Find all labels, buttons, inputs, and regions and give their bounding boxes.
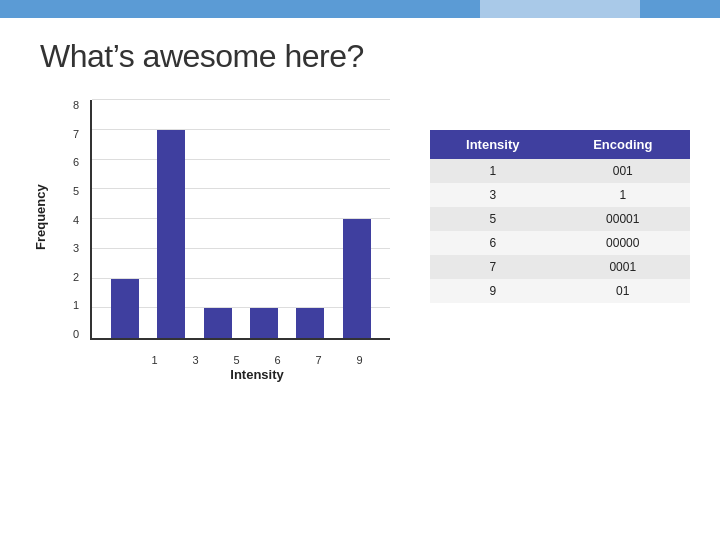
y-tick-8: 8	[73, 100, 79, 111]
x-label-3: 3	[182, 354, 210, 366]
bar-6	[250, 308, 278, 338]
cell-encoding: 01	[556, 279, 690, 303]
y-tick-5: 5	[73, 186, 79, 197]
col-intensity-header: Intensity	[430, 130, 556, 159]
data-table: Intensity Encoding 100131500001600000700…	[430, 130, 690, 303]
chart-plot: 1 3 5 6 7 9 Intensity	[90, 100, 390, 340]
cell-intensity: 7	[430, 255, 556, 279]
y-tick-1: 1	[73, 300, 79, 311]
bar-5	[204, 308, 232, 338]
bar-9	[343, 219, 371, 338]
col-encoding-header: Encoding	[556, 130, 690, 159]
table-row: 500001	[430, 207, 690, 231]
y-tick-4: 4	[73, 215, 79, 226]
cell-intensity: 6	[430, 231, 556, 255]
y-tick-3: 3	[73, 243, 79, 254]
x-label-6: 6	[264, 354, 292, 366]
cell-intensity: 1	[430, 159, 556, 183]
cell-encoding: 001	[556, 159, 690, 183]
y-tick-0: 0	[73, 329, 79, 340]
chart-inner: 8 7 6 5 4 3 2 1 0	[58, 100, 390, 340]
cell-encoding: 00001	[556, 207, 690, 231]
y-tick-2: 2	[73, 272, 79, 283]
cell-encoding: 0001	[556, 255, 690, 279]
table-header-row: Intensity Encoding	[430, 130, 690, 159]
chart-area: Frequency 8 7 6 5 4 3 2 1 0	[30, 100, 390, 380]
x-axis-labels: 1 3 5 6 7 9	[124, 354, 390, 366]
table-row: 1001	[430, 159, 690, 183]
bars-container	[92, 100, 390, 338]
x-label-9: 9	[346, 354, 374, 366]
cell-intensity: 5	[430, 207, 556, 231]
bar-1	[111, 279, 139, 339]
y-ticks: 8 7 6 5 4 3 2 1 0	[58, 100, 82, 340]
cell-intensity: 3	[430, 183, 556, 207]
x-label-5: 5	[223, 354, 251, 366]
table-row: 70001	[430, 255, 690, 279]
page-title: What’s awesome here?	[40, 38, 364, 75]
cell-encoding: 1	[556, 183, 690, 207]
bar-7	[296, 308, 324, 338]
cell-encoding: 00000	[556, 231, 690, 255]
x-label-1: 1	[141, 354, 169, 366]
x-axis-title: Intensity	[124, 367, 390, 382]
bar-3	[157, 130, 185, 338]
table-row: 600000	[430, 231, 690, 255]
table-row: 901	[430, 279, 690, 303]
y-tick-7: 7	[73, 129, 79, 140]
cell-intensity: 9	[430, 279, 556, 303]
x-label-7: 7	[305, 354, 333, 366]
y-tick-6: 6	[73, 157, 79, 168]
y-axis-label: Frequency	[33, 230, 48, 250]
accent-bar	[480, 0, 640, 18]
table-row: 31	[430, 183, 690, 207]
